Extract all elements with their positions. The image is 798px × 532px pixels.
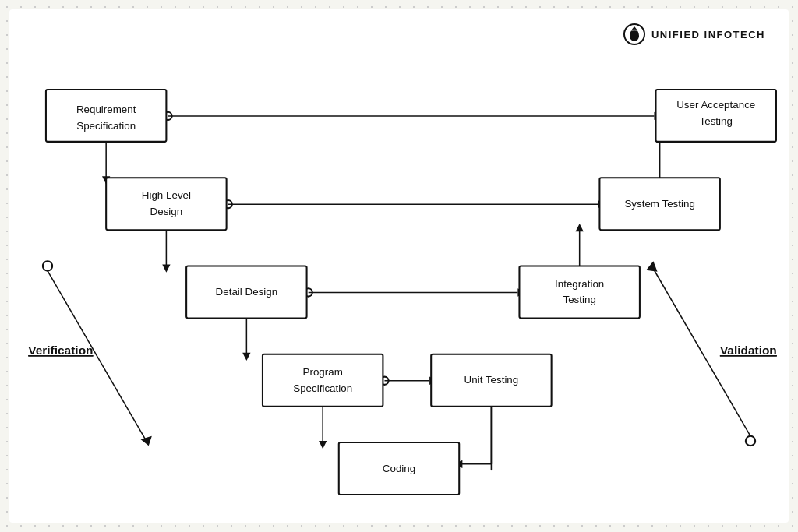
box-integ-test <box>519 266 639 319</box>
text-integ-test-1: Integration <box>555 278 604 290</box>
text-sys-test: System Testing <box>624 198 694 210</box>
text-prog-spec-1: Program <box>303 366 343 378</box>
text-hld-1: High Level <box>142 189 191 201</box>
arrow-dd-ps <box>242 353 250 361</box>
box-prog-spec <box>263 354 383 407</box>
arrow-validation <box>646 261 657 271</box>
label-verification: Verification <box>28 344 93 357</box>
dot-verification <box>43 261 52 270</box>
arrow-verification <box>140 436 151 446</box>
arrow-hld-dd <box>162 264 170 272</box>
diagram-svg: Requirement Specification User Acceptanc… <box>9 9 789 523</box>
text-uat-2: Testing <box>700 115 733 127</box>
text-hld-2: Design <box>150 206 183 217</box>
text-unit-test: Unit Testing <box>464 374 519 386</box>
text-coding: Coding <box>383 463 415 474</box>
text-req-spec-1: Requirement <box>76 104 136 115</box>
text-integ-test-2: Testing <box>563 294 595 305</box>
text-req-spec-2: Specification <box>76 120 136 132</box>
arrow-ps-coding <box>319 441 327 449</box>
box-hld <box>106 178 226 230</box>
label-validation: Validation <box>720 344 777 357</box>
text-prog-spec-2: Specification <box>293 382 352 394</box>
page-container: UNIFIED INFOTECH <box>9 9 789 523</box>
text-detail-design: Detail Design <box>216 286 278 298</box>
text-uat-1: User Acceptance <box>676 99 755 111</box>
arrow-it-sys <box>576 224 584 231</box>
box-req-spec <box>46 90 166 142</box>
dot-validation <box>746 436 755 446</box>
